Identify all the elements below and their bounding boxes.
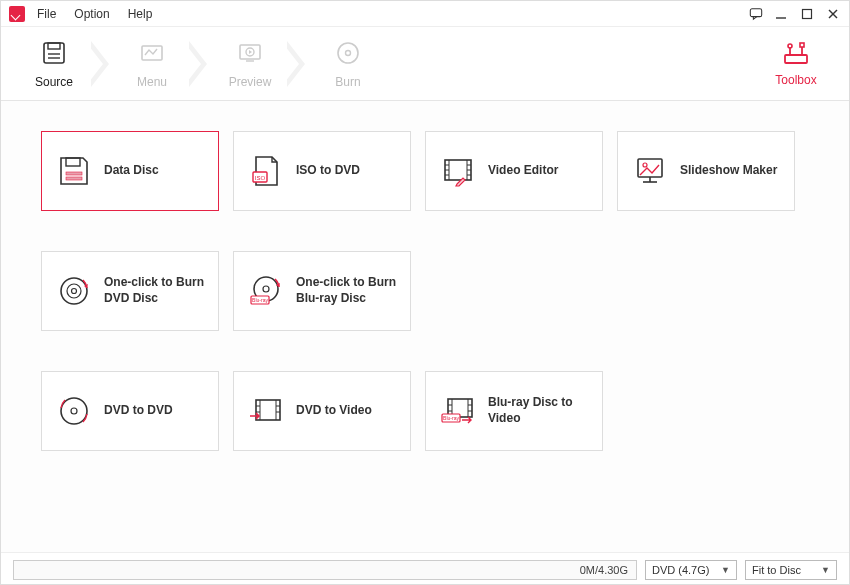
data-disc-icon <box>56 153 92 189</box>
disc-usage-text: 0M/4.30G <box>580 564 628 576</box>
card-bluray-to-video[interactable]: Blu-ray Blu-ray Disc to Video <box>425 371 603 451</box>
chevron-down-icon: ▼ <box>721 565 730 575</box>
svg-point-19 <box>788 44 792 48</box>
toolbox-button[interactable]: Toolbox <box>761 41 831 87</box>
card-dvd-to-video[interactable]: DVD to Video <box>233 371 411 451</box>
svg-point-40 <box>67 284 81 298</box>
dvd-to-video-icon <box>248 393 284 429</box>
preview-step-icon <box>236 39 264 67</box>
svg-point-15 <box>346 50 351 55</box>
card-video-editor-label: Video Editor <box>488 163 558 179</box>
svg-text:Blu-ray: Blu-ray <box>252 297 268 303</box>
menu-help[interactable]: Help <box>128 7 153 21</box>
toolbox-label: Toolbox <box>775 73 816 87</box>
card-slideshow-maker[interactable]: Slideshow Maker <box>617 131 795 211</box>
svg-text:ISO: ISO <box>255 175 266 181</box>
step-arrow-icon <box>189 41 213 87</box>
card-data-disc-label: Data Disc <box>104 163 159 179</box>
toolbox-icon <box>781 41 811 67</box>
bluray-to-video-icon: Blu-ray <box>440 393 476 429</box>
menu-file[interactable]: File <box>37 7 56 21</box>
dvd-to-dvd-icon <box>56 393 92 429</box>
chevron-down-icon: ▼ <box>821 565 830 575</box>
step-preview-label: Preview <box>229 75 272 89</box>
step-arrow-icon <box>287 41 311 87</box>
feedback-icon[interactable] <box>749 7 763 21</box>
svg-point-14 <box>338 43 358 63</box>
video-editor-icon <box>440 153 476 189</box>
svg-rect-2 <box>803 9 812 18</box>
step-menu-label: Menu <box>137 75 167 89</box>
app-logo-icon <box>9 6 25 22</box>
step-menu[interactable]: Menu <box>117 39 187 89</box>
minimize-button[interactable] <box>775 8 789 20</box>
disc-usage-bar: 0M/4.30G <box>13 560 637 580</box>
card-one-click-bluray-label: One-click to Burn Blu-ray Disc <box>296 275 396 306</box>
one-click-bluray-icon: Blu-ray <box>248 273 284 309</box>
source-icon <box>40 39 68 67</box>
svg-rect-21 <box>66 158 80 166</box>
step-source[interactable]: Source <box>19 39 89 89</box>
step-arrow-icon <box>91 41 115 87</box>
step-source-label: Source <box>35 75 73 89</box>
card-dvd-to-video-label: DVD to Video <box>296 403 372 419</box>
disc-type-select[interactable]: DVD (4.7G) ▼ <box>645 560 737 580</box>
workflow-steps: Source Menu Preview Burn Toolbox <box>1 27 849 101</box>
svg-point-36 <box>643 163 647 167</box>
card-iso-to-dvd[interactable]: ISO ISO to DVD <box>233 131 411 211</box>
tools-grid: Data Disc ISO ISO to DVD Video Editor Sl… <box>1 101 849 552</box>
fit-option-select[interactable]: Fit to Disc ▼ <box>745 560 837 580</box>
slideshow-icon <box>632 153 668 189</box>
burn-step-icon <box>334 39 362 67</box>
step-preview[interactable]: Preview <box>215 39 285 89</box>
menu-option[interactable]: Option <box>74 7 109 21</box>
status-bar: 0M/4.30G DVD (4.7G) ▼ Fit to Disc ▼ <box>1 552 849 585</box>
main-menu: File Option Help <box>37 7 152 21</box>
svg-rect-23 <box>66 177 82 180</box>
card-dvd-to-dvd-label: DVD to DVD <box>104 403 173 419</box>
step-burn-label: Burn <box>335 75 360 89</box>
maximize-button[interactable] <box>801 8 815 20</box>
svg-rect-20 <box>800 43 804 47</box>
card-slideshow-maker-label: Slideshow Maker <box>680 163 777 179</box>
svg-marker-12 <box>249 50 252 54</box>
card-one-click-dvd-label: One-click to Burn DVD Disc <box>104 275 204 306</box>
svg-text:Blu-ray: Blu-ray <box>443 415 459 421</box>
card-bluray-to-video-label: Blu-ray Disc to Video <box>488 395 588 426</box>
one-click-dvd-icon <box>56 273 92 309</box>
svg-point-41 <box>72 289 77 294</box>
svg-rect-22 <box>66 172 82 175</box>
card-iso-to-dvd-label: ISO to DVD <box>296 163 360 179</box>
svg-rect-5 <box>44 43 64 63</box>
disc-type-value: DVD (4.7G) <box>652 564 709 576</box>
svg-point-48 <box>61 398 87 424</box>
svg-rect-16 <box>785 55 807 63</box>
svg-point-39 <box>61 278 87 304</box>
svg-rect-6 <box>48 43 60 49</box>
card-data-disc[interactable]: Data Disc <box>41 131 219 211</box>
iso-icon: ISO <box>248 153 284 189</box>
svg-rect-0 <box>750 8 761 16</box>
svg-point-49 <box>71 408 77 414</box>
close-button[interactable] <box>827 8 841 20</box>
svg-point-44 <box>263 286 269 292</box>
card-one-click-dvd[interactable]: One-click to Burn DVD Disc <box>41 251 219 331</box>
window-controls <box>749 7 841 21</box>
title-bar: File Option Help <box>1 1 849 27</box>
fit-option-value: Fit to Disc <box>752 564 801 576</box>
card-video-editor[interactable]: Video Editor <box>425 131 603 211</box>
card-one-click-bluray[interactable]: Blu-ray One-click to Burn Blu-ray Disc <box>233 251 411 331</box>
card-dvd-to-dvd[interactable]: DVD to DVD <box>41 371 219 451</box>
menu-step-icon <box>138 39 166 67</box>
step-burn[interactable]: Burn <box>313 39 383 89</box>
